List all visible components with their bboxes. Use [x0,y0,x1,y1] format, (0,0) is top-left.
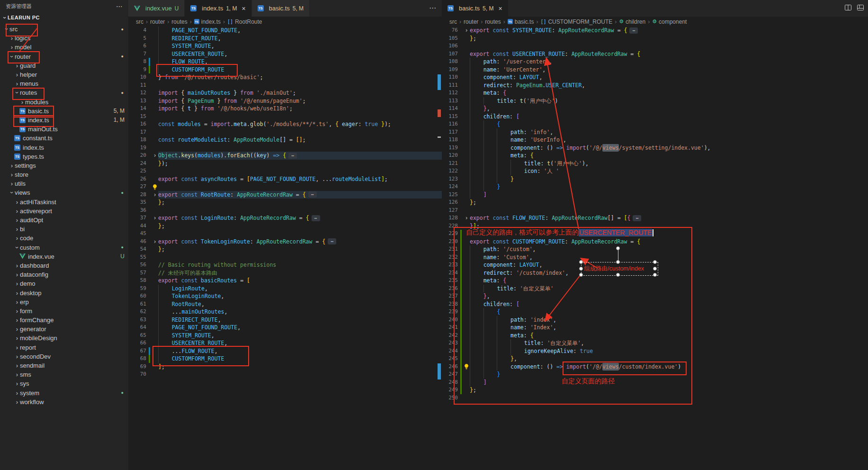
line-number[interactable]: 105 [442,35,458,43]
line-number[interactable]: 13 [128,97,146,105]
tree-item-index-vue[interactable]: index.vueU [0,252,128,261]
code-line-105[interactable]: 105}; [442,35,868,43]
code-line-229[interactable]: 229 [442,230,868,238]
code-line-242[interactable]: 242meta: { [442,332,868,340]
code-line-238[interactable]: 238children: [ [442,300,868,308]
code-line-119[interactable]: 119component: () => import('/@/views/sys… [442,144,868,152]
line-number[interactable]: 248 [442,379,458,387]
chevron-right-icon[interactable]: › [14,280,20,287]
chevron-right-icon[interactable]: › [14,353,20,360]
line-number[interactable]: 119 [442,144,458,152]
code-line-114[interactable]: 114}, [442,105,868,113]
line-number[interactable]: 25 [128,167,146,175]
code-line-236[interactable]: 236title: '自定义菜单' [442,285,868,293]
code-line-243[interactable]: 243title: '自定义菜单', [442,339,868,347]
code-line-123[interactable]: 123} [442,175,868,183]
line-number[interactable]: 120 [442,152,458,160]
chevron-right-icon[interactable]: › [14,271,20,278]
tree-item-src[interactable]: ›src● [0,25,128,34]
code-line-232[interactable]: 232name: 'Custom', [442,253,868,262]
code-line-127[interactable]: 127 [442,207,868,215]
tree-item-store[interactable]: ›store [0,170,128,179]
tree-item-bi[interactable]: ›bi [0,225,128,234]
line-number[interactable]: 249 [442,386,458,394]
code-line-56[interactable]: 56// Basic routing without permissions [128,261,442,269]
tree-item-generator[interactable]: ›generator [0,325,128,334]
code-line-233[interactable]: 233component: LAYOUT, [442,261,868,269]
tree-item-helper[interactable]: ›helper [0,70,128,79]
code-line-248[interactable]: 248] [442,379,868,387]
line-number[interactable]: 113 [442,97,458,105]
line-number[interactable]: 230 [442,238,458,246]
line-number[interactable]: 244 [442,347,458,355]
line-number[interactable]: 127 [442,207,458,215]
code-line-109[interactable]: 109name: 'UserCenter', [442,66,868,74]
line-number[interactable]: 66 [128,339,146,347]
line-number[interactable]: 238 [442,300,458,308]
line-number[interactable]: 28 [128,191,146,199]
code-line-112[interactable]: 112meta: { [442,89,868,97]
line-number[interactable]: 24 [128,160,146,168]
chevron-right-icon[interactable]: › [9,44,15,51]
line-number[interactable]: 54 [128,245,146,253]
code-line-10[interactable]: 10} from '/@/router/routes/basic'; [128,73,442,81]
fold-chevron-icon[interactable]: › [152,152,158,160]
fold-chevron-icon[interactable]: › [463,27,470,35]
code-line-55[interactable]: 55 [128,253,442,262]
line-number[interactable]: 106 [442,42,458,50]
split-editor-icon[interactable] [844,4,852,11]
tab-index-vue[interactable]: index.vueU [128,0,185,17]
tree-item-types-ts[interactable]: TStypes.ts [0,152,128,161]
line-number[interactable]: 233 [442,261,458,269]
line-number[interactable]: 118 [442,136,458,144]
code-line-111[interactable]: 111redirect: PageEnum.USER_CENTER, [442,81,868,90]
line-number[interactable]: 19 [128,144,146,152]
code-line-68[interactable]: 68CUSTOMFORM_ROUTE [128,355,442,363]
line-number[interactable]: 5 [128,35,146,43]
fold-chevron-icon[interactable]: › [463,214,470,222]
tab-index-ts[interactable]: TSindex.ts1, M× [185,0,251,17]
tree-item-routes[interactable]: ›routes● [0,88,128,97]
chevron-down-icon[interactable]: › [9,190,16,196]
code-line-16[interactable]: 16const modules = import.meta.glob('./mo… [128,120,442,128]
breadcrumb-item-src[interactable]: src [136,18,143,25]
line-number[interactable]: 58 [128,277,146,285]
line-number[interactable]: 121 [442,160,458,168]
line-number[interactable]: 20 [128,152,146,160]
line-number[interactable]: 234 [442,269,458,277]
breadcrumb-item-RootRoute[interactable]: []RootRoute [227,18,262,25]
code-line-126[interactable]: 126}; [442,199,868,207]
line-number[interactable]: 15 [128,113,146,121]
code-line-61[interactable]: 61RootRoute, [128,300,442,308]
chevron-right-icon[interactable]: › [9,171,15,178]
code-line-115[interactable]: 115children: [ [442,113,868,121]
chevron-right-icon[interactable]: › [14,398,20,406]
line-number[interactable]: 17 [128,128,146,136]
code-line-234[interactable]: 234redirect: '/custom/index', [442,269,868,277]
close-icon[interactable]: × [498,5,502,12]
line-number[interactable]: 116 [442,120,458,128]
line-number[interactable]: 112 [442,89,458,97]
code-line-59[interactable]: 59LoginRoute, [128,285,442,293]
code-line-66[interactable]: 66USERCENTER_ROUTE, [128,339,442,347]
chevron-right-icon[interactable]: › [19,99,25,106]
fold-chevron-icon[interactable]: › [152,214,158,222]
code-line-113[interactable]: 113title: t('用户中心') [442,97,868,105]
line-number[interactable]: 59 [128,285,146,293]
code-line-5[interactable]: 5REDIRECT_ROUTE, [128,35,442,43]
code-line-65[interactable]: 65SYSTEM_ROUTE, [128,332,442,340]
chevron-down-icon[interactable]: › [3,27,10,32]
line-number[interactable]: 242 [442,332,458,340]
line-number[interactable]: 114 [442,105,458,113]
chevron-right-icon[interactable]: › [9,162,15,169]
line-number[interactable]: 245 [442,355,458,363]
chevron-right-icon[interactable]: › [14,334,20,342]
tree-item-dashboard[interactable]: ›dashboard [0,261,128,270]
line-number[interactable]: 76 [442,27,458,35]
tree-item-constant-ts[interactable]: TSconstant.ts [0,134,128,143]
tree-item-custom[interactable]: ›custom● [0,243,128,252]
chevron-right-icon[interactable]: › [14,307,20,315]
line-number[interactable]: 229 [442,230,458,238]
chevron-right-icon[interactable]: › [14,325,20,333]
code-line-44[interactable]: 44}; [128,222,442,230]
